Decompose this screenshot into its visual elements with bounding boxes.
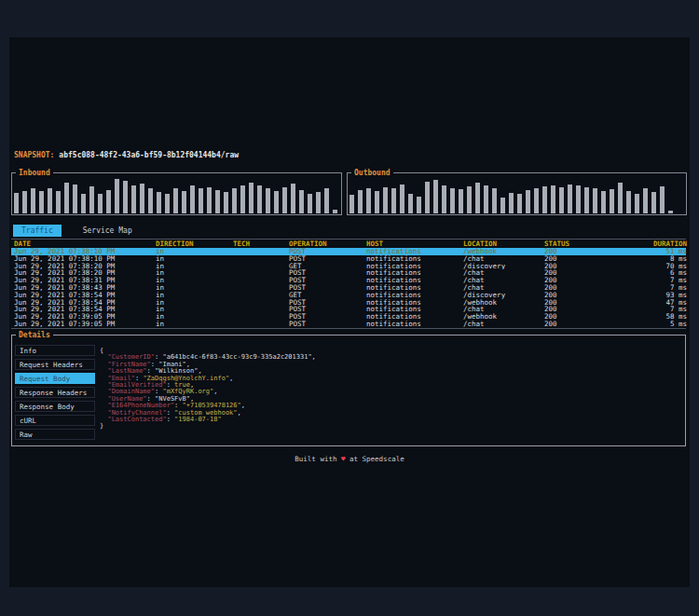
histogram-bar: [240, 185, 245, 213]
cell-date: Jun 29, 2021 07:38:54 PM: [14, 299, 156, 307]
histogram-bar: [358, 190, 363, 213]
json-key: "LastContacted": [107, 416, 166, 423]
cell-tech: [233, 292, 289, 299]
histogram-bar: [115, 179, 119, 213]
app-window: SNAPSHOT:abf5c088-48f2-43a6-bf59-8b12f04…: [9, 37, 690, 587]
traffic-row[interactable]: Jun 29, 2021 07:39:05 PMinPOSTnotificati…: [11, 321, 686, 328]
traffic-row[interactable]: Jun 29, 2021 07:38:54 PMinPOSTnotificati…: [11, 299, 686, 307]
cell-tech: [233, 299, 289, 307]
cell-operation: POST: [289, 299, 366, 307]
cell-host: notifications: [366, 299, 463, 307]
histogram-bar: [534, 188, 539, 213]
histogram-bar: [593, 188, 597, 213]
tab-bar: TrafficService Map: [13, 225, 141, 237]
traffic-row[interactable]: Jun 29, 2021 07:38:20 PMinPOSTnotificati…: [11, 269, 686, 277]
tab-service-map[interactable]: Service Map: [75, 225, 141, 237]
cell-direction: in: [156, 306, 233, 313]
histogram-bar: [568, 185, 572, 213]
traffic-row[interactable]: Jun 29, 2021 07:38:20 PMinGETnotificatio…: [11, 263, 686, 270]
cell-duration: 8 ms: [637, 255, 689, 263]
histogram-bar: [442, 185, 446, 213]
column-header-tech: TECH: [233, 240, 289, 248]
tab-traffic[interactable]: Traffic: [13, 225, 62, 237]
histogram-bar: [182, 191, 186, 213]
histogram-bar: [509, 193, 514, 213]
cell-duration: 70 ms: [637, 263, 689, 270]
histogram-bar: [56, 191, 61, 213]
snapshot-line: SNAPSHOT:abf5c088-48f2-43a6-bf59-8b12f04…: [14, 151, 239, 159]
traffic-row[interactable]: Jun 29, 2021 07:38:43 PMinPOSTnotificati…: [11, 284, 686, 292]
histogram-bar: [131, 185, 136, 213]
inbound-chart-title: Inbound: [16, 169, 53, 177]
cell-duration: 7 ms: [637, 306, 689, 313]
traffic-row[interactable]: Jun 29, 2021 07:39:05 PMinPOSTnotificati…: [11, 313, 686, 321]
json-value: "1984-07-18": [174, 416, 222, 423]
histogram-bar: [584, 187, 589, 213]
details-menu-item-request-headers[interactable]: Request Headers: [15, 359, 95, 370]
cell-duration: 51 ms: [637, 248, 689, 255]
histogram-bar: [433, 180, 438, 213]
cell-tech: [233, 284, 289, 292]
histogram-bar: [148, 188, 153, 213]
details-menu-item-response-body[interactable]: Response Body: [15, 401, 95, 412]
histogram-bar: [224, 192, 228, 213]
cell-date: Jun 29, 2021 07:38:10 PM: [14, 248, 156, 255]
histogram-bar: [89, 186, 94, 213]
histogram-bar: [157, 192, 161, 213]
cell-duration: 47 ms: [637, 299, 689, 307]
details-menu-item-request-body[interactable]: Request Body: [15, 373, 95, 384]
histogram-bar: [14, 193, 19, 213]
cell-date: Jun 29, 2021 07:38:20 PM: [14, 269, 156, 277]
details-menu-item-response-headers[interactable]: Response Headers: [15, 387, 95, 398]
cell-location: /webhook: [463, 248, 544, 255]
details-panel-title: Details: [16, 331, 53, 339]
inbound-chart: Inbound: [11, 172, 342, 215]
histogram-bar: [31, 188, 35, 213]
cell-tech: [233, 277, 289, 284]
histogram-bar: [366, 188, 371, 213]
details-menu-item-raw[interactable]: Raw: [15, 429, 95, 440]
histogram-bar: [475, 183, 480, 213]
cell-operation: POST: [289, 269, 366, 277]
histogram-bar: [643, 188, 648, 213]
outbound-chart: Outbound: [347, 172, 687, 215]
cell-status: 200: [544, 255, 637, 263]
histogram-bar: [618, 183, 623, 213]
cell-duration: 6 ms: [637, 269, 689, 277]
cell-date: Jun 29, 2021 07:38:10 PM: [14, 255, 156, 263]
cell-tech: [233, 263, 289, 270]
traffic-row[interactable]: Jun 29, 2021 07:38:31 PMinPOSTnotificati…: [11, 277, 686, 284]
column-header-direction: DIRECTION: [156, 240, 233, 248]
histogram-bar: [601, 191, 606, 213]
histogram-bar: [190, 185, 195, 213]
cell-operation: POST: [289, 255, 366, 263]
traffic-row[interactable]: Jun 29, 2021 07:38:54 PMinPOSTnotificati…: [11, 306, 686, 313]
cell-date: Jun 29, 2021 07:38:43 PM: [14, 284, 156, 292]
histogram-bar: [249, 183, 254, 213]
histogram-bar: [576, 185, 581, 213]
histogram-bar: [559, 187, 564, 213]
histogram-bar: [232, 188, 237, 213]
details-menu-item-curl[interactable]: cURL: [15, 415, 95, 426]
cell-tech: [233, 313, 289, 321]
cell-tech: [233, 248, 289, 255]
details-menu-item-info[interactable]: Info: [15, 345, 95, 356]
cell-operation: POST: [289, 313, 366, 321]
histogram-bar: [324, 188, 329, 213]
cell-operation: POST: [289, 321, 366, 328]
traffic-row[interactable]: Jun 29, 2021 07:38:10 PMinPOSTnotificati…: [11, 255, 686, 263]
cell-host: notifications: [366, 321, 463, 328]
cell-duration: 93 ms: [637, 292, 689, 299]
histogram-bar: [467, 186, 472, 213]
histogram-bar: [492, 188, 497, 213]
histogram-bar: [517, 194, 522, 213]
cell-host: notifications: [366, 248, 463, 255]
traffic-row[interactable]: Jun 29, 2021 07:38:10 PMinPOSTnotificati…: [11, 248, 686, 255]
cell-tech: [233, 321, 289, 328]
json-line: "LastContacted": "1984-07-18": [100, 417, 681, 423]
traffic-row[interactable]: Jun 29, 2021 07:38:54 PMinGETnotificatio…: [11, 292, 686, 299]
cell-duration: 5 ms: [637, 321, 689, 328]
histogram-bar: [266, 188, 270, 213]
histogram-bar: [417, 197, 421, 213]
histogram-bar: [400, 185, 404, 213]
